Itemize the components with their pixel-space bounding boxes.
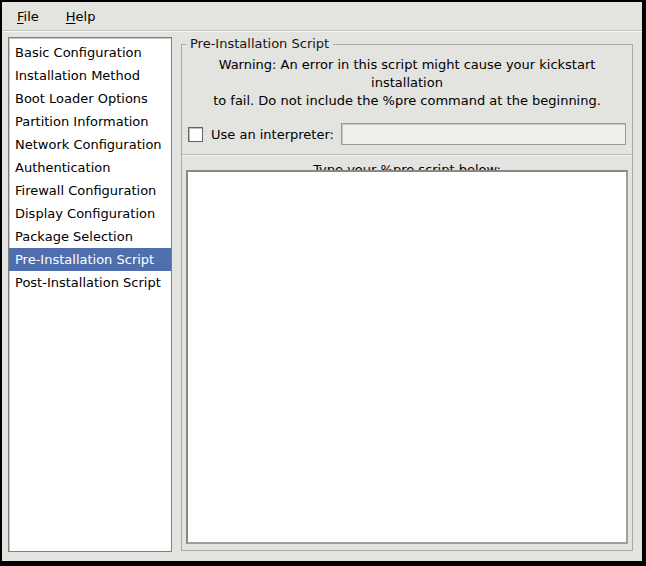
sidebar-item-post-installation-script[interactable]: Post-Installation Script [9,271,171,294]
panel-title: Pre-Installation Script [186,36,333,51]
menu-help[interactable]: Help [62,7,100,26]
interpreter-row: Use an interpreter: [188,123,626,145]
sidebar-item-installation-method[interactable]: Installation Method [9,64,171,87]
sidebar-item-firewall-configuration[interactable]: Firewall Configuration [9,179,171,202]
menu-file-rest: ile [24,9,39,24]
menubar: File Help [2,2,642,30]
sidebar-item-partition-information[interactable]: Partition Information [9,110,171,133]
warning-line-2: to fail. Do not include the %pre command… [182,92,632,110]
horizontal-separator [182,154,632,156]
sidebar-item-network-configuration[interactable]: Network Configuration [9,133,171,156]
warning-text: Warning: An error in this script might c… [182,56,632,110]
menubar-separator [2,30,642,32]
menu-help-accel: H [66,9,76,24]
menu-file[interactable]: File [13,7,43,26]
sidebar-item-pre-installation-script[interactable]: Pre-Installation Script [9,248,171,271]
sidebar-item-display-configuration[interactable]: Display Configuration [9,202,171,225]
use-interpreter-checkbox[interactable] [188,127,203,142]
pre-script-textarea[interactable] [186,170,628,544]
sidebar-item-basic-configuration[interactable]: Basic Configuration [9,41,171,64]
interpreter-input[interactable] [341,123,626,145]
app-window: File Help Basic Configuration Installati… [2,2,642,561]
pre-installation-script-panel: Pre-Installation Script Warning: An erro… [181,44,633,551]
section-list: Basic Configuration Installation Method … [8,37,172,552]
sidebar-item-boot-loader-options[interactable]: Boot Loader Options [9,87,171,110]
sidebar-item-authentication[interactable]: Authentication [9,156,171,179]
menu-help-rest: elp [76,9,96,24]
warning-line-1: Warning: An error in this script might c… [182,56,632,92]
use-interpreter-label: Use an interpreter: [211,127,334,142]
sidebar-item-package-selection[interactable]: Package Selection [9,225,171,248]
